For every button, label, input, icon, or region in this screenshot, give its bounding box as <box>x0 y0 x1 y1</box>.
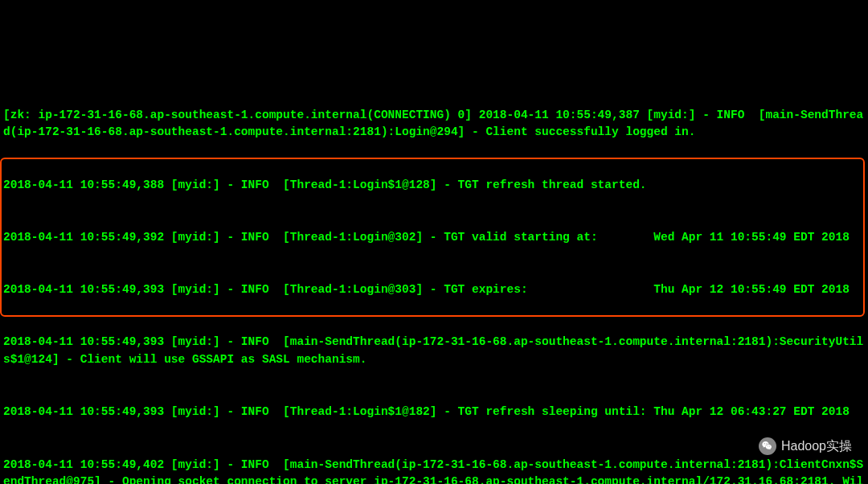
log-line: [zk: ip-172-31-16-68.ap-southeast-1.comp… <box>3 107 865 142</box>
log-line: 2018-04-11 10:55:49,393 [myid:] - INFO [… <box>3 404 865 421</box>
log-line: 2018-04-11 10:55:49,392 [myid:] - INFO [… <box>3 229 865 247</box>
watermark-text: Hadoop实操 <box>781 437 852 456</box>
watermark: Hadoop实操 <box>759 437 852 456</box>
log-line: 2018-04-11 10:55:49,393 [myid:] - INFO [… <box>3 281 865 299</box>
log-line: 2018-04-11 10:55:49,402 [myid:] - INFO [… <box>3 457 865 485</box>
wechat-icon <box>759 437 776 455</box>
log-line: 2018-04-11 10:55:49,388 [myid:] - INFO [… <box>3 177 865 195</box>
log-line: 2018-04-11 10:55:49,393 [myid:] - INFO [… <box>3 334 865 369</box>
terminal-output: [zk: ip-172-31-16-68.ap-southeast-1.comp… <box>3 72 865 484</box>
